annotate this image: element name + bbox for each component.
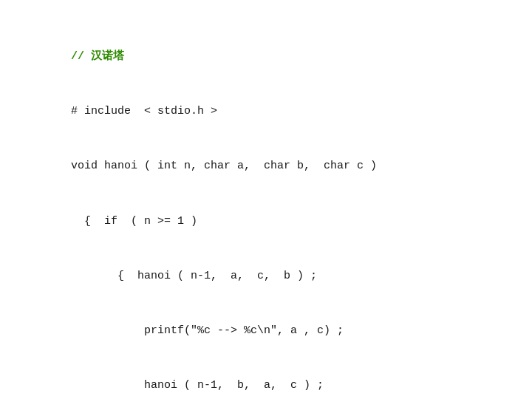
code-line-1: # include < stdio.h > [71,105,217,117]
code-line-6: hanoi ( n-1, b, a, c ) ; [71,379,324,392]
comment-line: // 汉诺塔 [71,50,124,63]
code-container: // 汉诺塔 # include < stdio.h > void hanoi … [0,0,532,399]
code-line-4: { hanoi ( n-1, a, c, b ) ; [71,270,317,282]
code-line-3: { if ( n >= 1 ) [71,215,197,228]
code-line-2: void hanoi ( int n, char a, char b, char… [71,160,377,172]
code-line-5: printf("%c --> %c\n", a , c) ; [71,324,344,337]
code-block: // 汉诺塔 # include < stdio.h > void hanoi … [44,30,488,399]
